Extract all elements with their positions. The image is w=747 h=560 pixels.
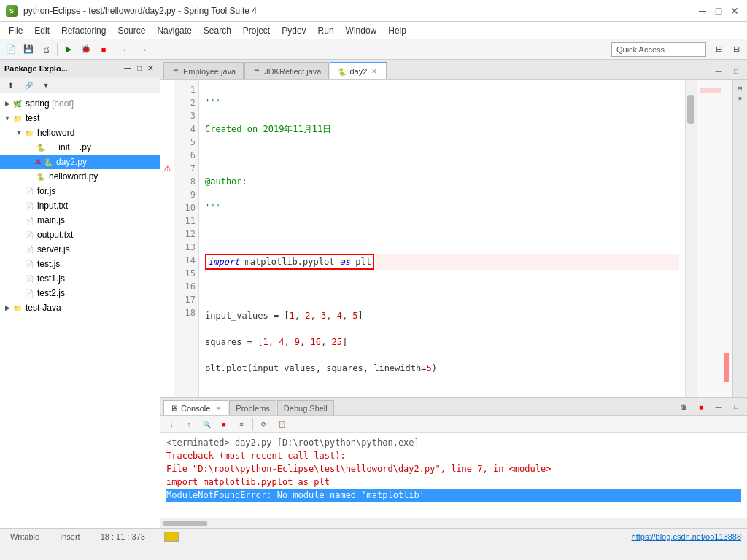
editor-scrollbar[interactable] [685,80,696,397]
menu-project[interactable]: Project [237,24,276,37]
menu-edit[interactable]: Edit [28,24,55,37]
right-panel-btn1[interactable]: ⊞ [735,83,746,93]
run-button[interactable]: ▶ [61,42,77,58]
console-scrollbar-thumb[interactable] [163,521,207,526]
test2js-icon: 📄 [23,287,35,299]
minimap-bar [700,88,721,93]
scrollbar-thumb[interactable] [687,95,694,124]
pkg-maximize-btn[interactable]: □ [135,63,144,73]
menu-source[interactable]: Source [112,24,151,37]
status-url[interactable]: https://blog.csdn.net/oo113888 [632,532,741,541]
console-tab-console[interactable]: 🖥 Console ✕ [163,400,228,415]
ln-10: 10 [177,201,196,214]
app-icon: S [6,5,18,17]
pkg-collapse-btn[interactable]: ⬆ [3,77,19,93]
tree-item-test2js[interactable]: ▶ 📄 test2.js [0,286,160,300]
tree-item-testjs[interactable]: ▶ 📄 test.js [0,257,160,271]
tree-item-day2[interactable]: ▶ ⚠ 🐍 day2.py [0,155,160,169]
tree-item-forjs[interactable]: ▶ 📄 for.js [0,184,160,198]
test2js-arrow: ▶ [15,289,23,297]
tree-item-hellowordpy[interactable]: ▶ 🐍 helloword.py [0,169,160,184]
console-tab-close[interactable]: ✕ [216,405,222,412]
error-icon-line7[interactable]: ⚠ [160,162,174,175]
console-tb-btn5[interactable]: ≡ [233,416,249,432]
menu-window[interactable]: Window [340,24,383,37]
gutter-line-5 [160,136,174,149]
back-button[interactable]: ← [118,42,134,58]
tab-close-btn[interactable]: ✕ [370,67,379,76]
tree-item-test[interactable]: ▼ 📁 test [0,111,160,125]
right-panel-btn2[interactable]: ≡ [735,93,746,104]
menu-file[interactable]: File [3,24,28,37]
code-content[interactable]: ''' Created on 2019年11月11日 @author: ''' … [199,80,685,397]
tree-item-helloword[interactable]: ▼ 📁 helloword [0,125,160,140]
tree-item-inputtxt[interactable]: ▶ 📄 input.txt [0,198,160,213]
code-area-wrapper: ⚠ 1 2 3 4 5 6 7 8 9 10 11 [160,80,747,397]
menu-run[interactable]: Run [312,24,340,37]
tab-employee-java[interactable]: ☕ Employee.java [163,62,244,79]
console-tb-btn1[interactable]: ↓ [163,416,179,432]
debug-button[interactable]: 🐞 [78,42,94,58]
test2js-label: test2.js [37,288,65,298]
pkg-menu-btn[interactable]: ▼ [38,77,54,93]
console-tab-problems[interactable]: Problems [229,400,276,415]
menu-navigate[interactable]: Navigate [151,24,197,37]
forward-button[interactable]: → [136,42,152,58]
ln-7: 7 [177,162,196,175]
console-clear-btn[interactable]: 🗑 [676,399,692,415]
problems-tab-label: Problems [236,404,269,413]
tab-java-icon-2: ☕ [252,67,261,75]
tree-item-spring[interactable]: ▶ 🌿 spring [boot] [0,96,160,111]
code-line-11: plt.plot(input_values, squares, linewidt… [205,362,679,375]
tree-item-outputtxt[interactable]: ▶ 📄 output.txt [0,228,160,242]
mainjs-arrow: ▶ [15,217,23,224]
pkg-explorer-header: Package Explo... — □ ✕ [0,60,160,77]
mainjs-icon: 📄 [23,214,35,226]
views-button[interactable]: ⊟ [728,42,744,58]
console-h-scrollbar[interactable] [160,518,747,528]
gutter-line-1 [160,83,174,96]
console-minimize-btn[interactable]: — [711,399,727,415]
tab-restore-btn[interactable]: □ [728,63,744,79]
console-tb-btn7[interactable]: 📋 [274,416,290,432]
console-tab-debug[interactable]: Debug Shell [277,400,334,415]
save-button[interactable]: 💾 [20,42,36,58]
test-label: test [26,113,39,123]
pkg-minimize-btn[interactable]: — [122,63,133,73]
quick-access-box[interactable]: Quick Access [611,42,706,57]
tree-item-mainjs[interactable]: ▶ 📄 main.js [0,213,160,228]
console-tb-btn2[interactable]: ↑ [181,416,197,432]
console-stop-btn[interactable]: ■ [693,399,709,415]
tab-minimize-btn[interactable]: — [711,63,727,79]
pkg-link-btn[interactable]: 🔗 [20,77,36,93]
pkg-close-btn[interactable]: ✕ [145,63,155,73]
console-tab-icon: 🖥 [170,404,178,413]
print-button[interactable]: 🖨 [38,42,54,58]
perspective-button[interactable]: ⊞ [711,42,727,58]
tree-item-test1js[interactable]: ▶ 📄 test1.js [0,271,160,286]
menu-pydev[interactable]: Pydev [276,24,311,37]
code-line-8 [205,283,679,296]
menu-refactoring[interactable]: Refactoring [55,24,112,37]
console-maximize-btn[interactable]: □ [728,399,744,415]
stop-button[interactable]: ■ [96,42,112,58]
close-button[interactable]: ✕ [728,4,741,18]
menu-search[interactable]: Search [198,24,237,37]
tab-jdkreflect-java[interactable]: ☕ JDKReflect.java [244,62,329,79]
testjava-icon: 📁 [12,302,23,314]
menu-help[interactable]: Help [382,24,412,37]
pkg-explorer-title: Package Explo... [4,64,68,73]
tree-item-init[interactable]: ▶ 🐍 __init__.py [0,140,160,155]
maximize-button[interactable]: □ [712,4,725,18]
new-button[interactable]: 📄 [3,42,19,58]
tree-item-serverjs[interactable]: ▶ 📄 server.js [0,242,160,257]
encoding-icon[interactable] [164,532,179,542]
console-tb-btn4[interactable]: ■ [216,416,232,432]
tab-day2-py[interactable]: 🐍 day2 ✕ [330,62,387,79]
tree-item-testjava[interactable]: ▶ 📁 test-Java [0,300,160,315]
console-tb-btn6[interactable]: ⟳ [256,416,272,432]
status-link[interactable]: https://blog.csdn.net/oo113888 [632,532,741,541]
console-tb-btn3[interactable]: 🔍 [198,416,214,432]
minimize-button[interactable]: ─ [696,4,709,18]
serverjs-arrow: ▶ [15,246,23,253]
